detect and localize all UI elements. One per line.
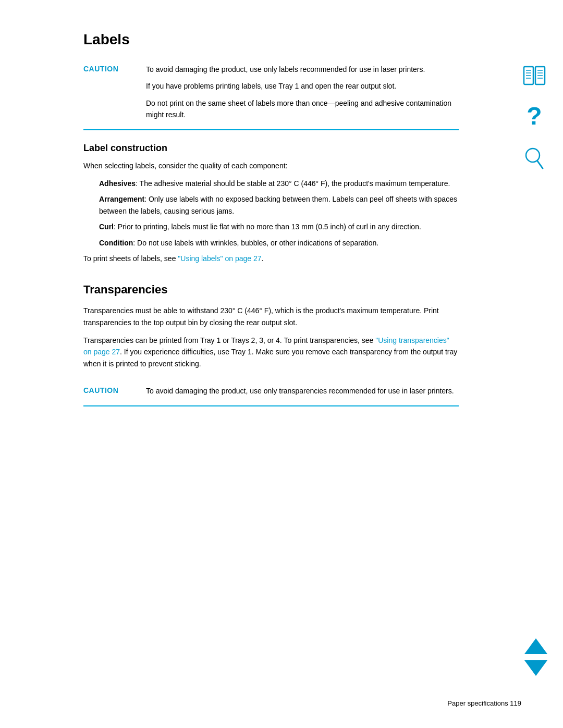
caution2-text: To avoid damaging the product, use only … [146, 385, 459, 397]
transparencies-para1: Transparencies must be able to withstand… [83, 305, 459, 328]
adhesives-text: : The adhesive material should be stable… [136, 179, 450, 188]
question-mark-symbol: ? [527, 104, 542, 129]
curl-item: Curl: Prior to printing, labels must lie… [99, 221, 459, 232]
transparencies-para2: Transparencies can be printed from Tray … [83, 335, 459, 369]
label-link-prefix: To print sheets of labels, see [83, 254, 178, 263]
caution1-line3: Do not print on the same sheet of labels… [146, 97, 459, 121]
condition-term: Condition [99, 239, 133, 247]
book-icon[interactable] [521, 63, 547, 89]
curl-term: Curl [99, 223, 114, 231]
arrangement-item: Arrangement: Only use labels with no exp… [99, 193, 459, 217]
nav-arrows [524, 638, 547, 676]
adhesives-term: Adhesives [99, 179, 136, 188]
page-title: Labels [83, 31, 459, 48]
caution-text-2: To avoid damaging the product, use only … [146, 385, 459, 397]
trans-para2-prefix: Transparencies can be printed from Tray … [83, 336, 375, 344]
caution-label-1: CAUTION [83, 64, 146, 73]
prev-page-arrow[interactable] [524, 638, 547, 654]
caution-label-2: CAUTION [83, 385, 146, 394]
trans-para2-suffix: . If you experience difficulties, use Tr… [83, 348, 457, 367]
caution-block-2: CAUTION To avoid damaging the product, u… [83, 385, 459, 406]
arrangement-term: Arrangement [99, 195, 144, 203]
right-sidebar: ? [521, 63, 547, 172]
curl-text: : Prior to printing, labels must lie fla… [114, 223, 421, 231]
label-construction-intro: When selecting labels, consider the qual… [83, 160, 459, 171]
search-magnifier-icon[interactable] [521, 146, 547, 172]
label-link-para: To print sheets of labels, see "Using la… [83, 253, 459, 264]
svg-point-12 [526, 149, 540, 162]
transparencies-title: Transparencies [83, 283, 459, 297]
label-construction-title: Label construction [83, 143, 459, 154]
caution-text-1: To avoid damaging the product, use only … [146, 64, 459, 121]
caution-block-1: CAUTION To avoid damaging the product, u… [83, 64, 459, 130]
page-container: Labels CAUTION To avoid damaging the pro… [0, 0, 563, 728]
caution1-line1: To avoid damaging the product, use only … [146, 64, 459, 75]
caution1-line2: If you have problems printing labels, us… [146, 80, 459, 92]
question-mark-icon[interactable]: ? [524, 104, 544, 130]
condition-item: Condition: Do not use labels with wrinkl… [99, 237, 459, 249]
condition-text: : Do not use labels with wrinkles, bubbl… [133, 239, 378, 247]
svg-line-13 [537, 161, 543, 168]
using-labels-link[interactable]: "Using labels" on page 27 [178, 254, 261, 263]
adhesives-item: Adhesives: The adhesive material should … [99, 178, 459, 189]
page-footer: Paper specifications 119 [447, 699, 521, 707]
main-content: Labels CAUTION To avoid damaging the pro… [83, 31, 459, 406]
next-page-arrow[interactable] [524, 660, 547, 676]
arrangement-text: : Only use labels with no exposed backin… [99, 195, 457, 215]
label-link-suffix: . [262, 254, 264, 263]
